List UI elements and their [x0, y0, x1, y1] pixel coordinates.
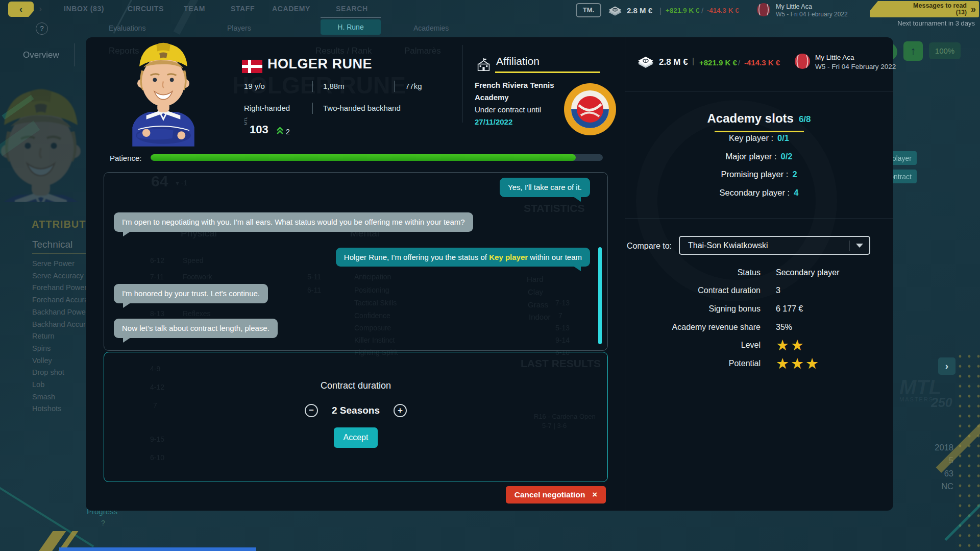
- stat-row: Potential★★★: [628, 354, 868, 373]
- slot-value: 2: [792, 170, 797, 179]
- chat-bubble-left: Now let's talk about contract length, pl…: [114, 319, 278, 338]
- subnav-item-players[interactable]: Players: [227, 24, 251, 32]
- stat-label: Contract duration: [628, 286, 761, 295]
- decor-blue-bar: [59, 547, 256, 551]
- negotiation-chat: Yes, I'll take care of it.I'm open to ne…: [104, 172, 608, 351]
- stat-label: Potential: [628, 359, 761, 368]
- tm-logo: TM.: [576, 3, 601, 17]
- stat-value: 6 177 €: [776, 304, 803, 314]
- chevron-down-icon: [856, 244, 863, 248]
- ranking-label: MTL: [243, 117, 248, 126]
- forward-button[interactable]: ›: [39, 3, 42, 14]
- panel-expense: -414.3 K €: [744, 58, 780, 67]
- panel-balance: 2.8 M €: [659, 57, 688, 67]
- stat-row: Signing bonus6 177 €: [628, 300, 868, 318]
- stat-label: Academy revenue share: [628, 323, 761, 332]
- academy-logo: [564, 83, 617, 136]
- affiliation-contract-label: Under contract until: [475, 105, 541, 114]
- cancel-label: Cancel negotiation: [514, 490, 585, 499]
- player-photo: [113, 31, 213, 147]
- ghost-text: Results / Rank: [315, 46, 372, 56]
- player-age: 19 y/o: [244, 82, 265, 90]
- player-height: 1,88m: [323, 82, 345, 90]
- divider: [625, 37, 625, 511]
- academy-slot-rows: Key player :0/1Major player :0/2Promisin…: [625, 129, 893, 202]
- academy-slot-row: Major player :0/2: [625, 148, 893, 166]
- help-button[interactable]: ?: [36, 22, 48, 35]
- next-section-button[interactable]: ›: [938, 357, 955, 375]
- accept-button[interactable]: Accept: [334, 427, 378, 448]
- divider: [849, 241, 849, 251]
- stat-row: StatusSecondary player: [628, 263, 868, 282]
- tab-overview[interactable]: Overview: [23, 50, 59, 60]
- affiliation-academy-line2: Academy: [475, 93, 509, 102]
- active-tab-underline: [321, 17, 381, 18]
- slot-label: Major player :: [726, 152, 777, 161]
- chat-bubble-right: Yes, I'll take care of it.: [500, 178, 590, 197]
- stat-row: Level★★: [628, 336, 868, 354]
- player-name: HOLGER RUNE: [267, 56, 372, 72]
- panel-income: +821.9 K €: [699, 58, 737, 67]
- chat-text: Yes, I'll take care of it.: [508, 183, 582, 191]
- decrease-duration-button[interactable]: −: [305, 404, 318, 417]
- stat-label: Level: [628, 341, 761, 350]
- money-icon: [607, 4, 623, 16]
- nav-item-academy[interactable]: ACADEMY: [272, 5, 310, 13]
- club-name: My Little Aca: [776, 3, 812, 10]
- compare-to-label: Compare to:: [627, 242, 672, 251]
- back-button[interactable]: ‹: [8, 2, 34, 17]
- background-player-photo: [0, 71, 86, 202]
- academy-slots-header: Academy slots 6/8: [625, 111, 893, 126]
- stat-label: Status: [628, 268, 761, 277]
- slot-label: Promising player :: [721, 170, 788, 179]
- ranking-change: 2: [286, 128, 290, 136]
- divider: [394, 81, 395, 92]
- tab-h-rune[interactable]: H. Rune: [321, 19, 381, 35]
- tournament-logo: MTL MASTERS 250: [899, 378, 959, 410]
- weekly-income: +821.9 K €: [666, 7, 699, 14]
- weekly-expense: -414.3 K €: [707, 7, 739, 14]
- panel-club-name: My Little Aca: [815, 54, 854, 61]
- player-ranking: 103: [250, 123, 268, 136]
- stat-row: Contract duration3: [628, 282, 868, 300]
- affiliation-title: Affiliation: [496, 55, 540, 67]
- slot-value: 0/1: [777, 133, 789, 143]
- comparison-stats: StatusSecondary playerContract duration3…: [628, 263, 868, 373]
- nav-item-inbox-83-[interactable]: INBOX (83): [64, 5, 104, 13]
- back-icon: ‹: [19, 4, 22, 15]
- duration-stepper: − 2 Seasons +: [104, 404, 607, 417]
- career-number: NC: [904, 480, 953, 493]
- academy-slot-row: Secondary player :4: [625, 184, 893, 202]
- cancel-negotiation-button[interactable]: Cancel negotiation ×: [506, 486, 606, 504]
- slot-label: Key player :: [729, 133, 773, 143]
- club-ball-icon: [794, 53, 811, 69]
- subnav-item-academies[interactable]: Academies: [413, 24, 449, 32]
- patience-fill: [151, 154, 576, 161]
- star-rating: ★★: [776, 340, 805, 350]
- chat-text: I'm honored by your trust. Let's continu…: [122, 289, 260, 298]
- separator: |: [692, 57, 694, 66]
- nav-item-circuits[interactable]: CIRCUITS: [128, 5, 164, 13]
- nav-item-staff[interactable]: STAFF: [231, 5, 255, 13]
- increase-duration-button[interactable]: +: [394, 404, 407, 417]
- compare-dropdown[interactable]: Thai-Son Kwiatkowski: [679, 236, 870, 255]
- chat-text: I'm open to negotiating with you. I'm al…: [122, 218, 465, 226]
- stat-value: Secondary player: [776, 268, 840, 277]
- divider: [462, 45, 462, 123]
- stat-label: Signing bonus: [628, 304, 761, 314]
- separator: /: [738, 58, 740, 67]
- app-window: ‹ › INBOX (83)CIRCUITSTEAMSTAFFACADEMYSE…: [0, 0, 980, 551]
- ranking-up-icon: [276, 127, 284, 135]
- divider: [312, 103, 313, 114]
- nav-item-search[interactable]: SEARCH: [336, 5, 368, 13]
- slot-value: 0/2: [781, 152, 793, 161]
- fitness-badge: 100%: [929, 42, 961, 59]
- stat-value: 35%: [776, 323, 792, 332]
- divider: [32, 253, 86, 254]
- chat-bubble-right: Holger Rune, I'm offering you the status…: [336, 248, 590, 267]
- messages-button[interactable]: Messages to read (13) »: [870, 1, 979, 17]
- messages-count: (13): [956, 9, 967, 16]
- chat-scrollbar[interactable]: [598, 247, 602, 344]
- separator: /: [701, 6, 703, 15]
- player-hand: Right-handed: [244, 104, 290, 112]
